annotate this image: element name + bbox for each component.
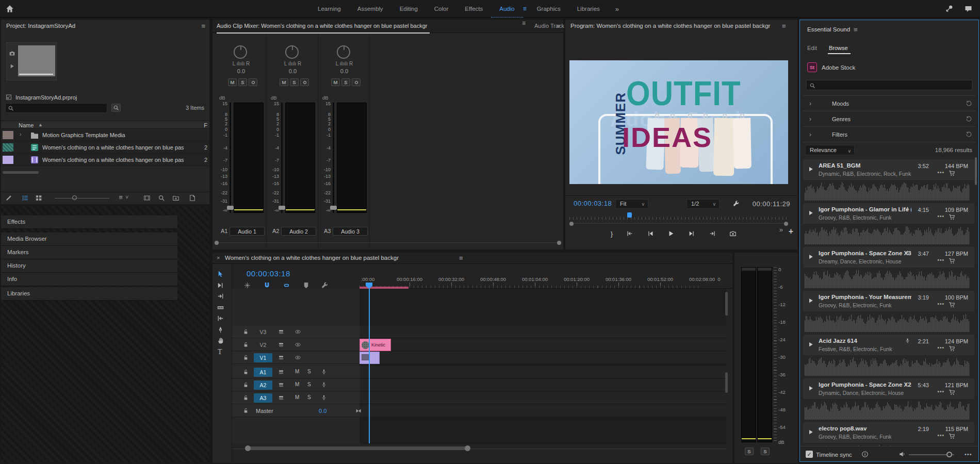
pan-knob[interactable] [285, 45, 299, 59]
program-scrollbar[interactable] [569, 223, 788, 224]
panel-menu-icon[interactable]: ≡ [201, 22, 205, 30]
step-forward-button[interactable] [688, 230, 695, 237]
panel-tab-effects[interactable]: Effects [1, 216, 177, 229]
pan-bowtie-icon[interactable] [355, 407, 362, 415]
project-list-header[interactable]: Name ▲ F [1, 121, 209, 129]
track-solo-button[interactable]: S [307, 382, 311, 387]
add-to-cart-icon[interactable] [949, 257, 956, 264]
stock-audio-item[interactable]: AREA 51_BGMDynamic, R&B, Electronic, Roc… [803, 159, 974, 202]
solo-right-button[interactable]: S [761, 448, 770, 455]
more-options-button[interactable]: ••• [937, 433, 944, 438]
export-frame-button[interactable] [729, 230, 737, 237]
track-mute-button[interactable]: M [295, 394, 299, 400]
zoom-level-dropdown[interactable]: Fit∨ [615, 199, 648, 209]
sort-options-button[interactable]: ≣ ˅ [119, 194, 129, 200]
play-button[interactable] [808, 254, 814, 260]
play-button[interactable] [808, 385, 814, 391]
stock-audio-item[interactable]: Acid Jazz 614Festive, R&B, Electronic, F… [803, 335, 974, 377]
stock-audio-item[interactable]: Igor Pumphonia - Glamor in Life (OriginG… [803, 203, 974, 245]
expander-chevron-icon[interactable]: › [20, 131, 21, 137]
track-solo-button[interactable]: S [307, 369, 311, 374]
new-item-icon[interactable] [189, 194, 196, 202]
play-button[interactable] [808, 166, 814, 172]
essential-sound-title[interactable]: Essential Sound [807, 26, 850, 32]
stock-audio-item[interactable]: Igor Pumphonia - Space Zone X2(5)Dynamic… [803, 378, 974, 421]
timeline-sync-checkbox[interactable]: ✓ [806, 451, 813, 458]
project-list-scrollbar[interactable] [3, 171, 39, 174]
track-name-field[interactable]: Audio 2 [281, 227, 316, 236]
go-to-out-button[interactable] [709, 230, 716, 237]
tool-hand[interactable] [217, 337, 227, 346]
tab-overflow-icon[interactable]: » [557, 22, 560, 29]
stock-audio-item-header[interactable]: Acid Jazz 614Festive, R&B, Electronic, F… [803, 335, 974, 355]
track-lane-a1[interactable] [360, 366, 726, 378]
track-target-button[interactable]: V3 [254, 327, 272, 337]
results-scrollbar[interactable] [975, 157, 977, 185]
keyframe-button[interactable] [249, 78, 257, 86]
lock-icon[interactable] [242, 328, 249, 335]
reset-icon[interactable] [965, 131, 972, 138]
volume-slider-handle[interactable] [946, 452, 952, 457]
add-to-cart-icon[interactable] [949, 389, 956, 396]
fader-handle[interactable] [279, 206, 285, 210]
lock-icon[interactable] [242, 341, 249, 348]
find-icon[interactable] [158, 194, 165, 202]
track-source-icon[interactable] [277, 341, 285, 348]
more-options-button[interactable]: ••• [937, 257, 944, 263]
timeline-timecode[interactable]: 00:00:03:18 [247, 269, 290, 278]
workspace-tab-libraries[interactable]: Libraries [569, 0, 608, 18]
panel-tab-libraries[interactable]: Libraries [1, 287, 177, 301]
close-icon[interactable]: × [217, 255, 220, 261]
pan-knob[interactable] [337, 45, 350, 59]
track-solo-button[interactable]: S [307, 394, 311, 400]
filter-section-genres[interactable]: ›Genres [803, 111, 975, 126]
solo-left-button[interactable]: S [745, 448, 754, 455]
tool-pen[interactable] [217, 326, 227, 335]
project-row-clip[interactable]: Women's clothing on a white clothes hang… [1, 154, 209, 166]
pan-value[interactable]: 0.0 [217, 68, 266, 74]
play-icon[interactable] [9, 63, 15, 69]
name-column-header[interactable]: Name [19, 122, 34, 128]
timeline-tab-bar[interactable]: × Women's clothing on a white clothes ha… [213, 253, 732, 264]
workspace-tab-assembly[interactable]: Assembly [349, 0, 391, 18]
track-visibility-eye-icon[interactable] [294, 354, 302, 361]
button-editor-plus[interactable]: + [789, 227, 793, 236]
zoom-slider-handle[interactable] [72, 195, 77, 200]
fader-track[interactable] [230, 103, 231, 213]
play-button[interactable] [808, 210, 814, 216]
add-to-cart-icon[interactable] [949, 433, 956, 440]
tab-audio-clip-mixer[interactable]: Audio Clip Mixer: Women's clothing on a … [217, 20, 430, 34]
add-to-cart-icon[interactable] [949, 301, 956, 308]
workspace-tab-audio[interactable]: Audio [491, 1, 522, 18]
stock-audio-item-header[interactable]: Igor Pumphonia - Space Zone X2(5)Dynamic… [803, 378, 974, 399]
stock-audio-item[interactable]: electro pop8.wavGroovy, R&B, Electronic,… [803, 422, 974, 446]
edit-pencil-icon[interactable] [5, 194, 12, 202]
search-bin-button[interactable] [111, 104, 121, 112]
program-current-timecode[interactable]: 00:00:03:18 [574, 200, 612, 207]
solo-button[interactable]: S [238, 78, 247, 86]
go-to-in-button[interactable] [626, 230, 633, 237]
fader-track[interactable] [333, 103, 334, 213]
stock-search-input[interactable] [806, 80, 972, 90]
add-marker-icon[interactable] [302, 281, 310, 289]
reset-icon[interactable] [965, 100, 972, 107]
workspace-tab-effects[interactable]: Effects [456, 0, 491, 18]
sort-dropdown[interactable]: Relevance∨ [805, 145, 855, 155]
play-button[interactable] [808, 297, 814, 304]
play-button[interactable] [667, 230, 675, 237]
speaker-icon[interactable] [899, 451, 906, 458]
info-icon[interactable] [861, 451, 869, 458]
chevron-right-icon[interactable]: › [809, 115, 811, 123]
track-target-button[interactable]: A1 [254, 368, 272, 377]
stock-audio-item[interactable]: Igor Pumphonia - Your Measurement (O...G… [803, 291, 974, 333]
workspace-tab-color[interactable]: Color [426, 0, 456, 18]
panel-menu-icon[interactable]: ≡ [459, 254, 463, 262]
button-overflow-icon[interactable]: » [779, 226, 783, 234]
track-lane-a2[interactable] [360, 379, 726, 391]
add-to-cart-icon[interactable] [949, 170, 956, 177]
panel-tab-media-browser[interactable]: Media Browser [1, 233, 177, 246]
scrollbar-knob[interactable] [557, 241, 561, 245]
filter-section-moods[interactable]: ›Moods [803, 95, 975, 111]
keyframe-button[interactable] [300, 78, 309, 86]
home-icon[interactable] [5, 4, 14, 13]
